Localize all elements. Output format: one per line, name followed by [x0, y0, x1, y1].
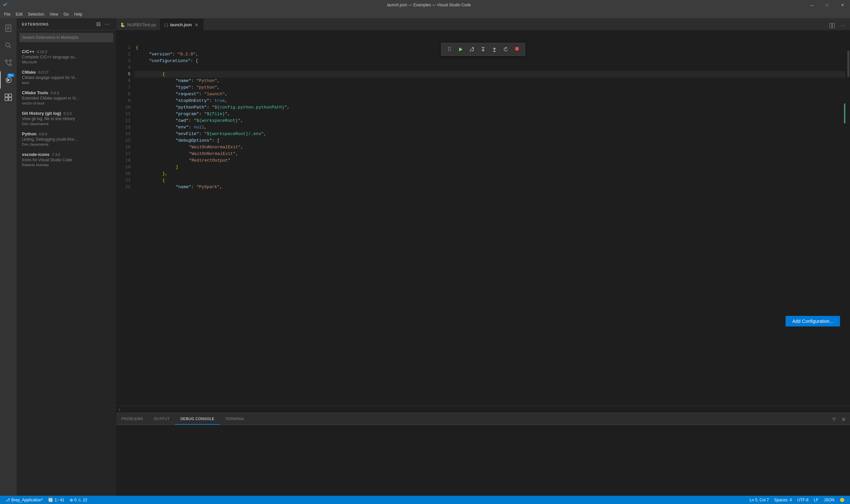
activity-search[interactable]: [0, 37, 17, 54]
status-branch[interactable]: ⎇ Brep_Application*: [3, 496, 46, 504]
extension-list: C/C++ 0.10.3 ⚙ Complete C/C++ language s…: [17, 45, 116, 496]
menu-selection[interactable]: Selection: [25, 10, 47, 18]
code-line-8: "request": "launch",: [135, 91, 845, 97]
debug-step-into-btn[interactable]: [478, 44, 488, 54]
status-eol-label: LF: [814, 498, 818, 502]
status-feedback[interactable]: 🙂: [837, 496, 847, 504]
debug-step-over-btn[interactable]: [467, 44, 477, 54]
minimize-btn[interactable]: —: [804, 0, 819, 10]
ext-name-vscode-icons: vscode-icons 7.3.0: [22, 152, 60, 157]
ext-name-cpp: C/C++ 0.10.3: [22, 49, 47, 54]
tab-launch-json[interactable]: { } launch.json ✕: [160, 19, 204, 30]
menu-go[interactable]: Go: [61, 10, 71, 18]
sidebar-title: EXTENSIONS: [22, 22, 49, 26]
line-num-19: 19: [116, 164, 131, 170]
debug-restart-btn[interactable]: [500, 44, 511, 54]
code-area[interactable]: { "version": "0.2.0", "configurations": …: [135, 44, 845, 406]
panel-tab-debug-console[interactable]: DEBUG CONSOLE: [175, 413, 220, 425]
line-num-11: 11: [116, 111, 131, 118]
code-line-9: "stopOnEntry": true,: [135, 97, 845, 104]
debug-badge: 99+: [7, 73, 15, 77]
extension-item-cpp[interactable]: C/C++ 0.10.3 ⚙ Complete C/C++ language s…: [17, 46, 116, 67]
sidebar-more-btn[interactable]: ···: [103, 21, 110, 28]
python-file-icon: 🐍: [120, 22, 125, 27]
extension-item-vscode-icons[interactable]: vscode-icons 7.3.0 ⚙ Icons for Visual St…: [17, 149, 116, 169]
svg-line-5: [9, 47, 11, 49]
sidebar-extensions: EXTENSIONS ⊟ ··· C/C++ 0.10.3 ⚙ Complete…: [17, 18, 116, 496]
main-layout: 99+ EXTENSIONS ⊟ ··· C/C: [0, 18, 850, 496]
activity-explorer[interactable]: [0, 20, 17, 37]
menu-edit[interactable]: Edit: [13, 10, 25, 18]
menu-view[interactable]: View: [47, 10, 61, 18]
ext-version-git-history: 0.2.0: [64, 111, 71, 115]
line-num-5: 5: [116, 71, 131, 78]
status-language[interactable]: JSON: [821, 496, 837, 504]
extension-search-box[interactable]: [19, 33, 113, 42]
line-numbers: 1 2 3 4 5 6 7 8 9 10 11 12 13 14 15 16 1: [116, 44, 135, 406]
status-spaces[interactable]: Spaces: 4: [771, 496, 795, 504]
code-line-14: "envFile": "${workspaceRoot}/.env",: [135, 131, 845, 137]
code-line-11: "program": "${file}",: [135, 111, 845, 118]
sidebar-actions: ⊟ ···: [94, 21, 110, 28]
status-cursor[interactable]: Ln 5, Col 7: [747, 496, 771, 504]
json-file-icon: { }: [164, 22, 168, 27]
activity-debug[interactable]: 99+: [0, 71, 17, 89]
panel-tab-terminal[interactable]: TERMINAL: [220, 413, 250, 425]
status-encoding-label: UTF-8: [797, 498, 809, 502]
activity-extensions[interactable]: [0, 89, 17, 106]
extension-item-cmake[interactable]: CMake 0.0.17 ⚙ CMake langage support for…: [17, 67, 116, 87]
tab-nurbstest-label: NURBSTest.py: [127, 22, 156, 27]
status-sync[interactable]: 🔄 1↑ 41: [46, 496, 67, 504]
ext-version-cmake-tools: 0.9.3: [51, 91, 59, 95]
code-line-17: "WaitOnNormalExit",: [135, 151, 845, 157]
svg-point-7: [9, 64, 11, 66]
menu-file[interactable]: File: [1, 10, 13, 18]
tab-bar-right: ···: [828, 21, 850, 30]
debug-toolbar: ⠿: [441, 43, 525, 56]
split-editor-btn[interactable]: [828, 21, 837, 30]
tab-close-btn[interactable]: ✕: [194, 22, 199, 28]
add-configuration-btn[interactable]: Add Configuration...: [785, 316, 840, 326]
debug-drag-handle[interactable]: ⠿: [444, 44, 454, 54]
extension-item-python[interactable]: Python 0.6.0 ⚙ Linting, Debugging (multi…: [17, 128, 116, 149]
status-encoding[interactable]: UTF-8: [795, 496, 811, 504]
status-errors[interactable]: ⊗ 0 ⚠ 22: [67, 496, 90, 504]
tab-nurbstest[interactable]: 🐍 NURBSTest.py: [116, 19, 160, 30]
svg-rect-14: [830, 23, 832, 28]
code-line-18: "RedirectOutput": [135, 157, 845, 164]
line-num-12: 12: [116, 118, 131, 124]
panel-close-btn[interactable]: ✕: [839, 415, 847, 424]
code-line-15: "debugOptions": [: [135, 137, 845, 144]
close-btn[interactable]: ✕: [835, 0, 850, 10]
status-language-label: JSON: [824, 498, 834, 502]
line-num-1: 1: [116, 44, 131, 51]
code-line-7: "type": "python",: [135, 84, 845, 91]
breadcrumb-bar: ›: [116, 406, 850, 413]
editor-scrollbar[interactable]: [845, 44, 850, 406]
ext-version-vscode-icons: 7.3.0: [52, 152, 60, 157]
ext-desc-cmake-tools: Extended CMake support in Vi...: [22, 96, 110, 101]
status-warnings-label: 22: [83, 498, 87, 502]
panel-filter-btn[interactable]: [830, 415, 838, 424]
extension-item-git-history[interactable]: Git History (git log) 0.2.0 ⚙ View git l…: [17, 108, 116, 128]
panel-actions: ✕: [830, 415, 847, 425]
panel-tab-output[interactable]: OUTPUT: [149, 413, 175, 425]
debug-stop-btn[interactable]: [511, 44, 522, 54]
debug-step-out-btn[interactable]: [489, 44, 500, 54]
code-line-12: "cwd": "${workspaceRoot}",: [135, 118, 845, 124]
svg-rect-11: [8, 94, 12, 97]
activity-bar: 99+: [0, 18, 17, 496]
panel-tab-problems[interactable]: PROBLEMS: [116, 413, 149, 425]
activity-source-control[interactable]: [0, 54, 17, 71]
extension-item-cmake-tools[interactable]: CMake Tools 0.9.3 ⚙ Extended CMake suppo…: [17, 87, 116, 108]
window-controls: — □ ✕: [804, 0, 850, 10]
branch-icon: ⎇: [5, 498, 10, 502]
more-tabs-btn[interactable]: ···: [838, 21, 847, 30]
svg-rect-12: [5, 97, 8, 101]
maximize-btn[interactable]: □: [819, 0, 835, 10]
sidebar-filter-btn[interactable]: ⊟: [94, 21, 102, 28]
extension-search-input[interactable]: [22, 35, 110, 40]
status-eol[interactable]: LF: [811, 496, 821, 504]
menu-help[interactable]: Help: [71, 10, 85, 18]
debug-continue-btn[interactable]: [455, 44, 466, 54]
